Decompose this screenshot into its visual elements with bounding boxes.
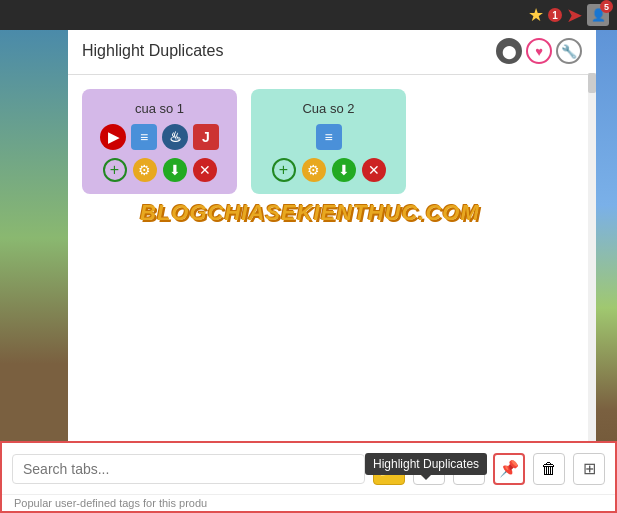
main-panel: Highlight Duplicates ⬤ ♥ 🔧 cua so 1 ▶ ≡ … xyxy=(68,28,596,448)
trash-button[interactable]: 🗑 xyxy=(533,453,565,485)
window2-add-btn[interactable]: + xyxy=(272,158,296,182)
window1-apps: ▶ ≡ ♨ J xyxy=(92,124,227,150)
scene-left xyxy=(0,28,68,448)
search-input[interactable] xyxy=(12,454,365,484)
panels-area: cua so 1 ▶ ≡ ♨ J + ⚙ ⬇ ✕ Cua so 2 ≡ + ⚙ xyxy=(68,75,596,208)
grid-icon: ⊞ xyxy=(583,459,596,478)
window2-apps: ≡ xyxy=(261,124,396,150)
tooltip: Highlight Duplicates xyxy=(365,453,487,475)
window1-down-btn[interactable]: ⬇ xyxy=(163,158,187,182)
star-icon[interactable]: ★ xyxy=(528,4,544,26)
user-avatar[interactable]: 👤 5 xyxy=(587,4,609,26)
arrow-icon: ➤ xyxy=(566,3,583,27)
app-docs[interactable]: ≡ xyxy=(131,124,157,150)
trash-icon: 🗑 xyxy=(541,460,557,478)
circle-icon: ⬤ xyxy=(502,44,517,59)
window1-title: cua so 1 xyxy=(92,101,227,116)
wrench-icon: 🔧 xyxy=(561,44,577,59)
app-youtube[interactable]: ▶ xyxy=(100,124,126,150)
window1-add-btn[interactable]: + xyxy=(103,158,127,182)
badge-2: 5 xyxy=(600,0,613,13)
window2-title: Cua so 2 xyxy=(261,101,396,116)
app-jdownloader[interactable]: J xyxy=(193,124,219,150)
search-row: 📂 📁 👁 📌 🗑 ⊞ xyxy=(2,443,615,494)
top-bar: ★ 1 ➤ 👤 5 xyxy=(0,0,617,30)
bottom-bar: 📂 📁 👁 📌 🗑 ⊞ Popular user-defined tags fo… xyxy=(0,441,617,513)
window1-close-btn[interactable]: ✕ xyxy=(193,158,217,182)
panel-icon-wrench[interactable]: 🔧 xyxy=(556,38,582,64)
app-steam[interactable]: ♨ xyxy=(162,124,188,150)
window1-gear-btn[interactable]: ⚙ xyxy=(133,158,157,182)
panel-icon-heart[interactable]: ♥ xyxy=(526,38,552,64)
badge-1: 1 xyxy=(548,8,562,22)
grid-button[interactable]: ⊞ xyxy=(573,453,605,485)
window1-controls: + ⚙ ⬇ ✕ xyxy=(92,158,227,182)
app-docs2[interactable]: ≡ xyxy=(316,124,342,150)
window2-controls: + ⚙ ⬇ ✕ xyxy=(261,158,396,182)
panel-icon-circle[interactable]: ⬤ xyxy=(496,38,522,64)
window-card-1: cua so 1 ▶ ≡ ♨ J + ⚙ ⬇ ✕ xyxy=(82,89,237,194)
panel-icons: ⬤ ♥ 🔧 xyxy=(496,38,582,64)
window-card-2: Cua so 2 ≡ + ⚙ ⬇ ✕ xyxy=(251,89,406,194)
heart-icon: ♥ xyxy=(535,44,543,59)
panel-title: Highlight Duplicates xyxy=(82,42,223,60)
window2-gear-btn[interactable]: ⚙ xyxy=(302,158,326,182)
window2-close-btn[interactable]: ✕ xyxy=(362,158,386,182)
bottom-info: Popular user-defined tags for this produ xyxy=(2,494,615,511)
pin-icon: 📌 xyxy=(499,459,519,478)
window2-down-btn[interactable]: ⬇ xyxy=(332,158,356,182)
panel-header: Highlight Duplicates ⬤ ♥ 🔧 xyxy=(68,28,596,75)
pin-button[interactable]: 📌 xyxy=(493,453,525,485)
